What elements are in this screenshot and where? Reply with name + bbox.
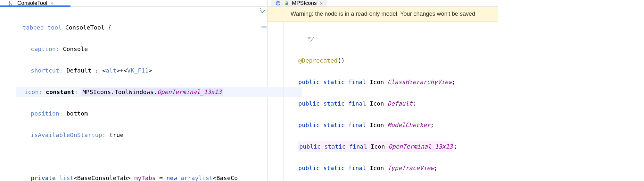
punct: < xyxy=(74,175,77,181)
kw: VK_F11 xyxy=(127,67,149,74)
type: BaseConsoleTab xyxy=(77,175,127,181)
comment: */ xyxy=(307,36,314,42)
op: = xyxy=(156,175,166,181)
ref: OpenTerminal_13x13 xyxy=(157,89,221,95)
punct: ; xyxy=(452,79,455,85)
kw: public static final xyxy=(299,143,367,150)
field: ClassHierarchyView xyxy=(387,79,451,85)
kw: public static final xyxy=(298,165,366,171)
type: Icon xyxy=(371,143,385,150)
code-area[interactable]: tabbed tool ConsoleTool { caption: Conso… xyxy=(16,7,238,181)
field: OpenTerminal_13x13 xyxy=(388,143,452,150)
punct: > xyxy=(149,67,152,74)
class-icon: C xyxy=(276,0,282,6)
gutter xyxy=(0,7,16,181)
kw: alt xyxy=(106,67,116,74)
brace: { xyxy=(104,24,111,31)
punct: ; xyxy=(412,100,416,107)
kw: tool xyxy=(47,24,62,31)
kw: private xyxy=(31,175,56,181)
kw: tabbed xyxy=(22,24,44,31)
kw: list xyxy=(59,175,74,181)
type: Icon xyxy=(370,122,384,128)
val: bottom xyxy=(66,110,88,117)
lock-icon xyxy=(285,0,289,6)
svg-rect-2 xyxy=(285,3,288,5)
selected-reference[interactable]: MPSIcons.ToolWindows.OpenTerminal_13x13 xyxy=(81,88,222,96)
type: Icon xyxy=(370,79,384,85)
editor-split: ConsoleTool ✕ ⋮ tabbed tool ConsoleTool … xyxy=(0,0,644,181)
punct: > xyxy=(127,175,131,181)
kw: public static final xyxy=(298,79,366,85)
gutter xyxy=(268,22,284,181)
punct: ; xyxy=(430,122,434,128)
kw: caption xyxy=(31,46,56,52)
tab-label: MPSIcons xyxy=(292,0,317,6)
close-icon[interactable]: ✕ xyxy=(320,0,323,6)
val: Console xyxy=(63,46,88,52)
tab-mpsicons[interactable]: C MPSIcons ✕ xyxy=(271,0,327,6)
punct: < xyxy=(102,67,106,74)
code-area[interactable]: */ @Deprecated() public static final Ico… xyxy=(284,22,457,181)
highlighted-line: icon: constant: MPSIcons.ToolWindows.Ope… xyxy=(16,87,302,98)
annotation: @Deprecated xyxy=(298,57,338,64)
punct: >+< xyxy=(116,67,127,74)
type: Icon xyxy=(370,100,384,107)
kw: new xyxy=(166,175,177,181)
type-name: ConsoleTool xyxy=(65,24,105,31)
val: true xyxy=(109,132,124,138)
kw: public static final xyxy=(298,100,366,107)
highlighted-declaration[interactable]: public static final Icon OpenTerminal_13… xyxy=(298,141,454,152)
readonly-warning: Warning: the node is in a read-only mode… xyxy=(268,7,498,22)
val: Default xyxy=(66,67,91,74)
punct: () xyxy=(338,57,345,64)
punct: ; xyxy=(454,143,457,150)
scope: MPSIcons.ToolWindows. xyxy=(82,89,157,95)
type: <BaseCo xyxy=(213,175,238,181)
right-editor[interactable]: */ @Deprecated() public static final Ico… xyxy=(268,22,498,181)
left-editor[interactable]: tabbed tool ConsoleTool { caption: Conso… xyxy=(0,7,267,181)
kw: position xyxy=(31,110,59,117)
punct: ; xyxy=(434,165,437,171)
kw: constant xyxy=(46,89,74,95)
kw: arraylist xyxy=(181,175,213,181)
field: ModelChecker xyxy=(387,122,430,128)
field: TypeTraceView xyxy=(387,165,434,171)
svg-text:C: C xyxy=(277,2,279,5)
kw: public static final xyxy=(298,122,366,128)
field: Default xyxy=(387,100,412,107)
left-pane: ConsoleTool ✕ ⋮ tabbed tool ConsoleTool … xyxy=(0,0,268,181)
kw: icon xyxy=(24,89,39,95)
check-icon xyxy=(260,9,266,16)
punct: : xyxy=(91,67,102,74)
right-tab-bar: C MPSIcons ✕ xyxy=(268,0,498,7)
type: Icon xyxy=(370,165,384,171)
field: myTabs xyxy=(134,175,156,181)
left-tab-bar: ConsoleTool ✕ ⋮ xyxy=(0,0,267,7)
right-pane: C MPSIcons ✕ Warning: the node is in a r… xyxy=(268,0,498,181)
scrollbar[interactable] xyxy=(263,7,267,181)
marker[interactable] xyxy=(261,26,267,28)
kw: shortcut xyxy=(31,67,59,74)
kw: isAvailableOnStartup xyxy=(31,132,102,138)
